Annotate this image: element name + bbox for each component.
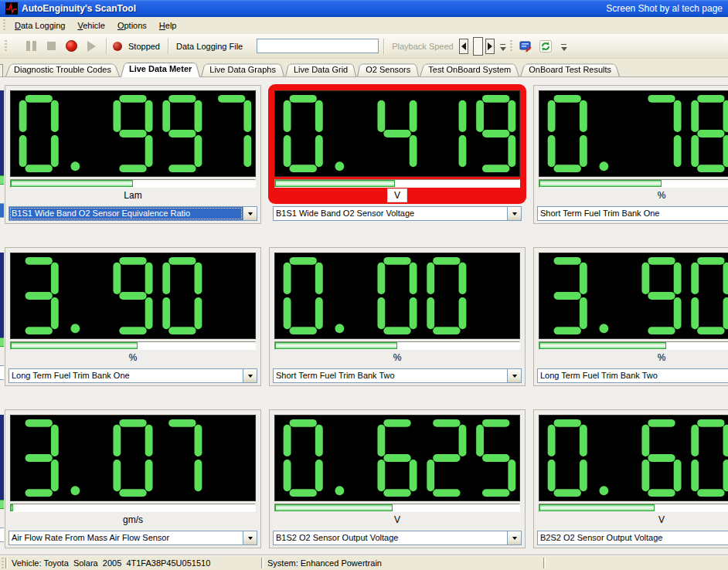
playback-speed-label: Playback Speed xyxy=(389,42,457,51)
meter-panel: VB1S2 O2 Sensor Output Voltage xyxy=(269,409,526,548)
sensor-dropdown[interactable]: Short Term Fuel Trim Bank One xyxy=(537,206,728,221)
toolbar-separator xyxy=(106,39,107,54)
stopped-status-label: Stopped xyxy=(125,42,163,51)
toolbar-overflow-chevron[interactable] xyxy=(499,42,507,55)
sensor-dropdown[interactable]: B1S1 Wide Band O2 Sensor Equivalence Rat… xyxy=(9,206,257,221)
meter-progress-fill xyxy=(539,504,655,511)
sensor-dropdown[interactable]: Long Term Fuel Trim Bank Two xyxy=(537,368,728,383)
meter-progress-bar xyxy=(274,179,520,188)
toolbar-overflow-chevron-2[interactable] xyxy=(560,42,568,55)
scantool-window: AutoEnginuity's ScanTool Screen Shot by … xyxy=(0,0,728,570)
dropdown-arrow-button[interactable] xyxy=(243,531,257,545)
offscreen-dropdown-fragment xyxy=(0,365,4,380)
offscreen-dropdown-fragment xyxy=(0,528,4,542)
playback-slower-button[interactable] xyxy=(459,39,468,54)
meter-panel: LamB1S1 Wide Band O2 Sensor Equivalence … xyxy=(5,85,261,224)
play-button[interactable] xyxy=(81,37,101,56)
statusbar-separator xyxy=(543,558,546,568)
meter-progress-fill xyxy=(275,504,393,511)
seven-segment-display xyxy=(539,415,728,501)
app-ecg-icon xyxy=(5,2,18,15)
data-logging-file-input[interactable] xyxy=(257,39,379,53)
meter-progress-fill xyxy=(11,342,138,349)
sensor-dropdown[interactable]: B1S2 O2 Sensor Output Voltage xyxy=(273,531,522,545)
sensor-dropdown[interactable]: Air Flow Rate From Mass Air Flow Sensor xyxy=(9,531,257,545)
sensor-dropdown-value: Short Term Fuel Trim Bank One xyxy=(538,207,728,220)
meter-unit-label: Lam xyxy=(5,190,260,203)
stop-button[interactable] xyxy=(41,37,61,56)
sensor-dropdown-value: Air Flow Rate From Mass Air Flow Sensor xyxy=(9,531,243,545)
dropdown-arrow-button[interactable] xyxy=(243,369,257,382)
refresh-button[interactable] xyxy=(536,37,556,56)
seven-segment-display xyxy=(274,90,520,177)
dropdown-arrow-button[interactable] xyxy=(507,531,521,545)
meter-unit-text: V xyxy=(658,514,665,525)
stop-icon xyxy=(47,42,56,50)
record-button[interactable] xyxy=(61,37,81,56)
pause-button[interactable] xyxy=(21,37,41,56)
chevron-down-icon xyxy=(248,537,253,542)
seven-segment-digits xyxy=(275,91,519,176)
dropdown-arrow-button[interactable] xyxy=(507,369,521,382)
meter-unit-text: % xyxy=(129,352,138,363)
seven-segment-digits xyxy=(539,91,728,176)
menubar-grip xyxy=(3,19,5,32)
live-data-meter-grid: LamB1S1 Wide Band O2 Sensor Equivalence … xyxy=(0,77,728,555)
pause-icon xyxy=(26,41,36,51)
meter-progress-fill xyxy=(275,180,395,187)
tab-live-data-graphs[interactable]: Live Data Graphs xyxy=(201,63,284,76)
tab-diagnostic-trouble-codes[interactable]: Diagnostic Trouble Codes xyxy=(5,63,120,76)
meter-unit-text: % xyxy=(658,190,666,201)
offscreen-panel-fragment xyxy=(0,415,4,500)
refresh-icon xyxy=(539,40,552,53)
stopped-status-icon xyxy=(113,42,122,51)
offscreen-panel-fragment xyxy=(0,253,4,338)
sensor-dropdown[interactable]: B1S1 Wide Band O2 Sensor Voltage xyxy=(273,206,522,221)
statusbar-system: System: Enhanced Powertrain xyxy=(264,558,543,568)
meter-progress-fill xyxy=(539,342,666,349)
toolbar-grip-2 xyxy=(510,40,512,53)
sensor-dropdown[interactable]: Long Term Fuel Trim Bank One xyxy=(9,368,257,383)
meter-unit-label: % xyxy=(534,352,728,365)
meter-unit-text: V xyxy=(394,514,400,525)
meter-progress-fill xyxy=(11,180,133,187)
meter-unit-text: gm/s xyxy=(123,514,143,525)
playback-speed-slider[interactable] xyxy=(473,37,483,56)
toolbar-separator xyxy=(168,39,168,54)
menu-data-logging[interactable]: Data Logging xyxy=(9,19,71,32)
data-logging-view-button[interactable] xyxy=(515,37,536,56)
dropdown-arrow-button[interactable] xyxy=(507,207,521,220)
sensor-dropdown-value: Long Term Fuel Trim Bank Two xyxy=(538,369,728,382)
meter-unit-text: Lam xyxy=(124,190,141,201)
offscreen-panel-fragment xyxy=(0,90,4,175)
meter-panel: %Short Term Fuel Trim Bank Two xyxy=(269,247,526,386)
sensor-dropdown[interactable]: Short Term Fuel Trim Bank Two xyxy=(273,368,522,383)
menu-help[interactable]: Help xyxy=(153,19,183,32)
tab-live-data-grid[interactable]: Live Data Grid xyxy=(285,63,356,76)
meter-progress-fill xyxy=(11,504,13,511)
tab-onboard-test-results[interactable]: OnBoard Test Results xyxy=(520,63,620,76)
menu-options[interactable]: Options xyxy=(111,19,153,32)
left-arrow-icon xyxy=(461,42,466,50)
meter-unit-label: V xyxy=(270,190,525,203)
seven-segment-digits xyxy=(11,416,255,500)
data-logging-view-icon xyxy=(519,40,532,53)
tab-test-onboard-system[interactable]: Test OnBoard System xyxy=(420,63,519,76)
tab-o2-sensors[interactable]: O2 Sensors xyxy=(357,63,419,76)
seven-segment-display xyxy=(10,253,256,339)
meter-panel: %Long Term Fuel Trim Bank Two xyxy=(533,247,728,386)
menu-vehicle[interactable]: Vehicle xyxy=(71,19,111,32)
chevron-down-icon xyxy=(512,212,517,218)
meter-panel: %Long Term Fuel Trim Bank One xyxy=(5,247,261,386)
seven-segment-display xyxy=(539,90,728,177)
sensor-dropdown[interactable]: B2S2 O2 Sensor Output Voltage xyxy=(537,531,728,545)
sensor-dropdown-value: B1S1 Wide Band O2 Sensor Equivalence Rat… xyxy=(9,207,243,220)
dropdown-arrow-button[interactable] xyxy=(243,207,257,220)
meter-progress-bar xyxy=(10,179,256,188)
tab-live-data-meter[interactable]: Live Data Meter xyxy=(121,61,200,77)
meter-unit-label: V xyxy=(270,514,525,528)
playback-faster-button[interactable] xyxy=(485,39,495,54)
seven-segment-display xyxy=(274,253,520,339)
seven-segment-digits xyxy=(11,253,255,338)
seven-segment-display xyxy=(539,253,728,339)
